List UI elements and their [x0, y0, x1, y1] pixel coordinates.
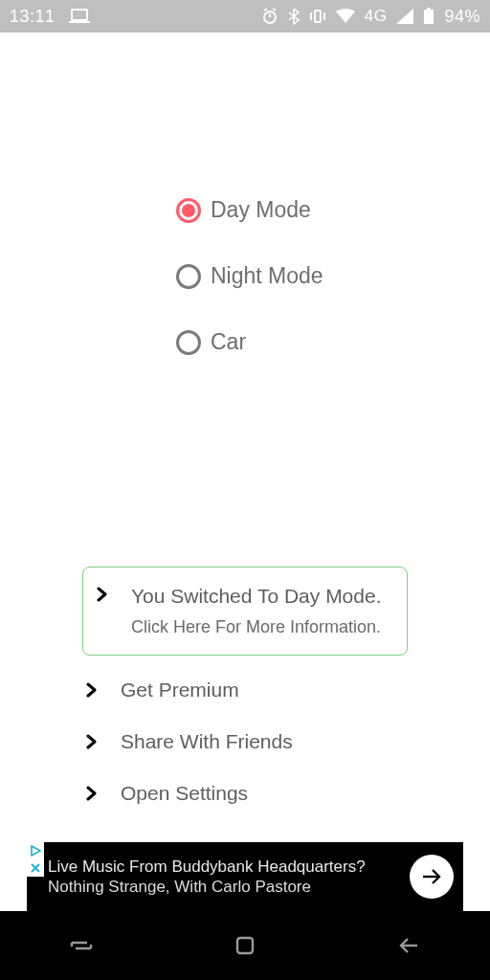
arrow-right-icon: [419, 864, 444, 889]
callout-texts: You Switched To Day Mode. Click Here For…: [131, 585, 382, 637]
cell-signal-icon: [396, 9, 413, 24]
nav-recent-button[interactable]: [53, 926, 110, 965]
action-share-friends[interactable]: Share With Friends: [82, 724, 408, 759]
mode-option-day[interactable]: Day Mode: [176, 197, 323, 223]
ad-go-button[interactable]: [410, 855, 454, 899]
callout-title: You Switched To Day Mode.: [131, 585, 382, 608]
svg-rect-1: [69, 21, 90, 23]
mode-label: Night Mode: [211, 263, 323, 289]
laptop-icon: [69, 8, 90, 25]
action-list: You Switched To Day Mode. Click Here For…: [82, 567, 408, 811]
status-left: 13:11: [10, 7, 90, 27]
status-right: 4G 94%: [261, 7, 480, 27]
alarm-icon: [261, 8, 278, 25]
mode-label: Day Mode: [211, 197, 311, 223]
chevron-right-icon: [93, 585, 112, 602]
callout-more-info[interactable]: You Switched To Day Mode. Click Here For…: [82, 567, 408, 656]
wifi-icon: [336, 9, 355, 24]
mode-label: Car: [211, 329, 246, 355]
ad-line2: Nothing Strange, With Carlo Pastore: [48, 877, 400, 897]
svg-rect-0: [72, 10, 87, 20]
ad-text: Live Music From Buddybank Headquarters? …: [48, 857, 400, 898]
radio-icon: [176, 330, 201, 355]
action-label: Get Premium: [121, 679, 239, 702]
back-icon: [396, 935, 421, 956]
radio-icon: [176, 264, 201, 289]
chevron-right-icon: [82, 782, 101, 801]
vibrate-icon: [309, 8, 326, 25]
status-time: 13:11: [10, 7, 56, 27]
ad-line1: Live Music From Buddybank Headquarters?: [48, 857, 400, 877]
battery-icon: [423, 8, 434, 25]
action-label: Share With Friends: [121, 730, 293, 753]
svg-line-4: [264, 9, 267, 11]
svg-line-5: [273, 9, 276, 11]
radio-selected-icon: [176, 198, 201, 223]
svg-rect-12: [237, 938, 253, 953]
action-label: Open Settings: [121, 782, 248, 805]
close-ad-icon[interactable]: [27, 859, 44, 877]
ad-badge[interactable]: [27, 842, 44, 877]
svg-rect-9: [424, 10, 434, 24]
chevron-right-icon: [82, 730, 101, 749]
mode-option-car[interactable]: Car: [176, 329, 323, 355]
nav-back-button[interactable]: [380, 926, 437, 965]
callout-subtitle: Click Here For More Information.: [131, 617, 382, 637]
recent-apps-icon: [68, 935, 95, 956]
mode-option-night[interactable]: Night Mode: [176, 263, 323, 289]
home-icon: [234, 934, 256, 957]
nav-home-button[interactable]: [216, 926, 274, 965]
svg-rect-6: [315, 11, 321, 22]
mode-radio-group: Day Mode Night Mode Car: [176, 197, 323, 355]
action-get-premium[interactable]: Get Premium: [82, 673, 408, 707]
android-navbar: [0, 911, 490, 980]
status-bar: 13:11 4G 94%: [0, 0, 490, 33]
adchoices-icon: [27, 842, 44, 859]
action-open-settings[interactable]: Open Settings: [82, 776, 408, 811]
bluetooth-icon: [288, 8, 300, 25]
battery-label: 94%: [444, 7, 480, 27]
network-label: 4G: [365, 7, 388, 26]
chevron-right-icon: [82, 679, 101, 698]
ad-banner[interactable]: Live Music From Buddybank Headquarters? …: [27, 842, 463, 911]
svg-rect-10: [427, 8, 431, 10]
